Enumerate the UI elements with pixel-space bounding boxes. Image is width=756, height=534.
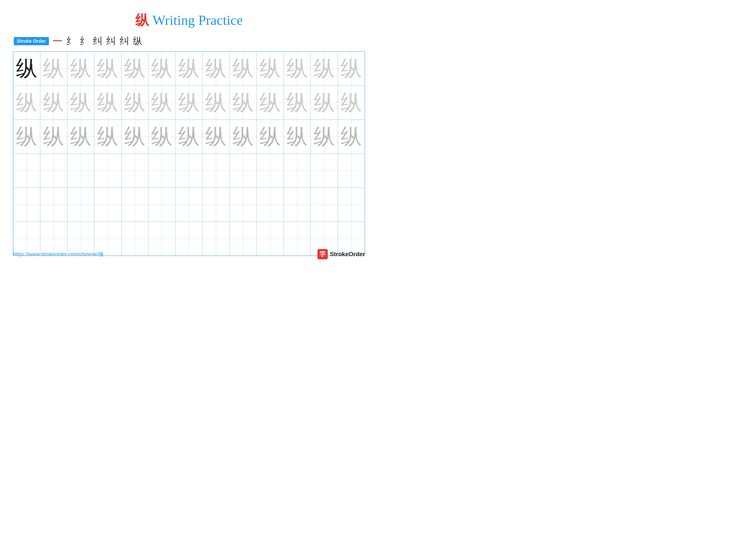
stroke-step-3: 纟: [80, 35, 89, 47]
grid-cell[interactable]: [338, 154, 365, 188]
char-display: 纵: [205, 92, 227, 113]
grid-cell[interactable]: 纵: [148, 119, 176, 154]
grid-cell[interactable]: [121, 154, 148, 188]
grid-cell[interactable]: 纵: [284, 119, 311, 154]
char-display: 纵: [16, 126, 38, 147]
grid-cell[interactable]: 纵: [94, 86, 122, 119]
grid-cell[interactable]: [202, 154, 230, 188]
grid-cell[interactable]: 纵: [311, 86, 338, 119]
char-display: 纵: [340, 126, 362, 147]
char-display: 纵: [124, 92, 146, 113]
grid-cell[interactable]: 纵: [40, 86, 68, 119]
char-display: 纵: [313, 92, 335, 113]
grid-cell[interactable]: 纵: [94, 119, 122, 154]
char-display: 纵: [43, 58, 65, 79]
char-display: 纵: [70, 126, 92, 147]
grid-row-1: 纵 纵 纵 纵 纵 纵 纵 纵 纵 纵 纵 纵 纵: [13, 51, 365, 86]
stroke-step-6: 纠: [120, 35, 129, 47]
grid-cell[interactable]: [230, 154, 257, 188]
grid-cell[interactable]: [202, 188, 230, 222]
grid-cell[interactable]: [230, 188, 257, 222]
char-display: 纵: [313, 58, 335, 79]
grid-cell[interactable]: [176, 154, 202, 188]
grid-cell[interactable]: 纵: [176, 119, 202, 154]
grid-cell[interactable]: [94, 154, 122, 188]
char-display: 纵: [259, 126, 281, 147]
grid-cell[interactable]: [311, 154, 338, 188]
grid-cell[interactable]: 纵: [121, 86, 148, 119]
grid-cell[interactable]: 纵: [13, 119, 40, 154]
grid-cell[interactable]: [176, 188, 202, 222]
footer-brand: 字 StrokeOrder: [317, 249, 365, 259]
char-display: 纵: [97, 58, 119, 79]
grid-cell[interactable]: [40, 188, 68, 222]
grid-cell[interactable]: [40, 154, 68, 188]
grid-cell[interactable]: 纵: [148, 86, 176, 119]
grid-cell[interactable]: 纵: [338, 86, 365, 119]
grid-cell[interactable]: 纵: [94, 51, 122, 86]
char-display: 纵: [232, 58, 254, 79]
grid-cell[interactable]: 纵: [257, 86, 284, 119]
grid-cell[interactable]: [13, 188, 40, 222]
grid-row-3: 纵 纵 纵 纵 纵 纵 纵 纵 纵 纵 纵 纵 纵: [13, 119, 365, 154]
grid-cell[interactable]: 纵: [202, 51, 230, 86]
grid-cell[interactable]: 纵: [311, 119, 338, 154]
grid-cell[interactable]: 纵: [284, 51, 311, 86]
grid-cell[interactable]: [67, 188, 94, 222]
grid-cell[interactable]: [67, 154, 94, 188]
grid-cell[interactable]: 纵: [176, 51, 202, 86]
grid-cell[interactable]: 纵: [67, 119, 94, 154]
grid-cell[interactable]: 纵: [284, 86, 311, 119]
grid-cell[interactable]: [284, 188, 311, 222]
grid-cell[interactable]: 纵: [338, 119, 365, 154]
title-english: Writing Practice: [149, 13, 243, 28]
grid-cell[interactable]: [338, 188, 365, 222]
char-display: 纵: [151, 126, 173, 147]
grid-cell[interactable]: 纵: [121, 51, 148, 86]
char-display: 纵: [286, 92, 308, 113]
grid-cell[interactable]: [148, 188, 176, 222]
grid-cell[interactable]: 纵: [257, 51, 284, 86]
grid-cell[interactable]: 纵: [202, 86, 230, 119]
grid-cell[interactable]: 纵: [230, 86, 257, 119]
char-display: 纵: [43, 126, 65, 147]
footer-url[interactable]: https://www.strokeorder.com/chinese/纵: [13, 251, 104, 258]
stroke-step-2: 纟: [66, 35, 76, 47]
stroke-step-4: 纠: [93, 35, 102, 47]
grid-cell[interactable]: 纵: [40, 119, 68, 154]
grid-cell[interactable]: 纵: [338, 51, 365, 86]
footer-logo-icon: 字: [317, 249, 328, 259]
grid-cell[interactable]: 纵: [67, 51, 94, 86]
char-display: 纵: [70, 58, 92, 79]
grid-cell[interactable]: 纵: [40, 51, 68, 86]
grid-cell[interactable]: 纵: [230, 51, 257, 86]
grid-cell[interactable]: [13, 154, 40, 188]
grid-cell[interactable]: 纵: [257, 119, 284, 154]
grid-cell[interactable]: 纵: [230, 119, 257, 154]
stroke-order-badge: Stroke Order: [14, 37, 49, 45]
grid-row-5: [13, 188, 365, 222]
char-display: 纵: [151, 58, 173, 79]
char-display: 纵: [340, 58, 362, 79]
grid-cell[interactable]: 纵: [121, 119, 148, 154]
grid-cell[interactable]: [94, 188, 122, 222]
char-display: 纵: [178, 92, 200, 113]
grid-cell[interactable]: [284, 154, 311, 188]
char-display: 纵: [178, 58, 200, 79]
grid-cell[interactable]: 纵: [13, 86, 40, 119]
grid-cell[interactable]: 纵: [202, 119, 230, 154]
practice-grid: 纵 纵 纵 纵 纵 纵 纵 纵 纵 纵 纵 纵 纵 纵 纵 纵: [13, 51, 365, 256]
grid-cell[interactable]: 纵: [67, 86, 94, 119]
grid-cell[interactable]: [121, 188, 148, 222]
grid-cell[interactable]: 纵: [13, 51, 40, 86]
grid-cell[interactable]: 纵: [311, 51, 338, 86]
grid-cell[interactable]: [257, 188, 284, 222]
grid-cell[interactable]: [311, 188, 338, 222]
char-display: 纵: [259, 58, 281, 79]
grid-cell[interactable]: 纵: [176, 86, 202, 119]
char-display: 纵: [286, 58, 308, 79]
grid-cell[interactable]: 纵: [148, 51, 176, 86]
char-display: 纵: [259, 92, 281, 113]
grid-cell[interactable]: [148, 154, 176, 188]
grid-cell[interactable]: [257, 154, 284, 188]
